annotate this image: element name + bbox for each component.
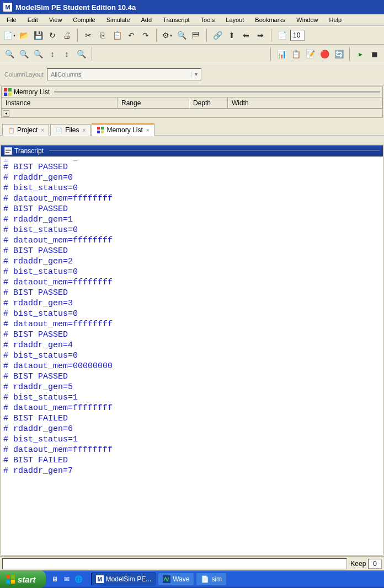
redo-icon[interactable]: ↷ [140, 29, 152, 41]
right-arrow-icon[interactable]: ➡ [254, 29, 266, 41]
task-label: Wave [173, 575, 189, 583]
menu-file[interactable]: File [2, 15, 21, 24]
transcript-title: Transcript [14, 147, 44, 155]
menu-window[interactable]: Window [292, 15, 322, 24]
scroll-left-icon[interactable]: ◂ [3, 110, 9, 117]
transcript-line: # dataout_mem=ffffffff [3, 319, 381, 330]
separator [270, 47, 271, 61]
compile-icon[interactable]: ⚙ [161, 29, 173, 41]
transcript-line: # rdaddr_gen=6 [3, 424, 381, 434]
column-range[interactable]: Range [118, 98, 189, 109]
transcript-line: # BIST PASSED [3, 162, 381, 172]
left-arrow-icon[interactable]: ⬅ [240, 29, 252, 41]
transcript-line: # BIST PASSED [3, 246, 381, 256]
task-wave[interactable]: Wave [158, 573, 194, 586]
wave-icon[interactable]: 📊 [275, 48, 287, 60]
command-input[interactable] [2, 558, 347, 569]
log-icon[interactable]: 📝 [304, 48, 316, 60]
memory-list-panel: Memory List Instance Range Depth Width ◂ [1, 87, 383, 118]
tab-memory-list[interactable]: Memory List × [92, 123, 154, 136]
bookmark-icon[interactable]: ⛿ [190, 29, 202, 41]
memory-list-scrollbar[interactable]: ◂ [2, 109, 382, 117]
column-instance[interactable]: Instance [2, 98, 118, 109]
print-icon[interactable]: 🖨 [61, 29, 73, 41]
transcript-line: # BIST FAILED [3, 413, 381, 424]
close-icon[interactable]: × [146, 127, 150, 133]
wave-icon [163, 575, 170, 583]
keep-value: 0 [368, 559, 382, 569]
up-arrow-icon[interactable]: ⬆ [226, 29, 238, 41]
tab-files[interactable]: 📄 Files × [50, 124, 90, 136]
menu-transcript[interactable]: Transcript [158, 15, 194, 24]
svg-rect-12 [6, 150, 11, 151]
window-titlebar: M ModelSim PE Student Edition 10.4a [0, 0, 384, 14]
transcript-line: # bist_status=0 [3, 225, 381, 235]
find-icon[interactable]: 🔍 [175, 29, 188, 41]
run-icon[interactable]: ▸ [354, 48, 366, 60]
menu-view[interactable]: View [45, 15, 67, 24]
zoom-full-icon[interactable]: 🔍 [32, 48, 44, 60]
menu-compile[interactable]: Compile [68, 15, 99, 24]
svg-rect-17 [11, 580, 15, 584]
menu-add[interactable]: Add [137, 15, 157, 24]
separator [77, 29, 78, 42]
transcript-line: # dataout_mem=ffffffff [3, 445, 381, 455]
open-icon[interactable]: 📂 [18, 29, 30, 41]
cursor2-icon[interactable]: ↕ [61, 48, 73, 60]
tab-project[interactable]: 📋 Project × [2, 124, 49, 136]
zoom-out-icon[interactable]: 🔍 [18, 48, 30, 60]
transcript-line: # dataout_mem=ffffffff [3, 403, 381, 413]
transcript-line: # rdaddr_gen=5 [3, 382, 381, 392]
restart-icon[interactable]: 🔄 [333, 48, 345, 60]
transcript-line: # bist_status=0 [3, 183, 381, 193]
copy-icon[interactable]: ⎘ [97, 29, 109, 41]
column-layout-combo[interactable]: AllColumns ▼ [47, 68, 201, 80]
cursor1-icon[interactable]: ↕ [46, 48, 58, 60]
modelsim-icon: M [96, 575, 104, 583]
separator [92, 47, 92, 61]
svg-rect-8 [97, 131, 100, 133]
column-depth[interactable]: Depth [189, 98, 228, 109]
separator [271, 29, 271, 42]
transcript-line: # BIST PASSED [3, 288, 381, 298]
refresh-icon[interactable]: ↻ [46, 29, 58, 41]
keep-box: Keep 0 [350, 559, 382, 569]
cut-icon[interactable]: ✂ [82, 29, 94, 41]
undo-icon[interactable]: ↶ [125, 29, 137, 41]
zoom-in-icon[interactable]: 🔍 [3, 48, 15, 60]
list-icon[interactable]: 📋 [290, 48, 302, 60]
transcript-line: # rdaddr_gen=2 [3, 256, 381, 267]
close-icon[interactable]: × [83, 127, 86, 133]
chevron-down-icon[interactable]: ▼ [191, 72, 201, 77]
column-width[interactable]: Width [228, 98, 382, 109]
run-time-input[interactable] [290, 30, 305, 41]
stop-icon[interactable]: ◼ [369, 48, 381, 60]
menu-tools[interactable]: Tools [196, 15, 220, 24]
paste-icon[interactable]: 📋 [111, 29, 123, 41]
page-icon[interactable]: 📄 [276, 29, 288, 41]
task-modelsim[interactable]: M ModelSim PE... [91, 573, 157, 586]
svg-rect-2 [4, 88, 7, 91]
menu-bookmarks[interactable]: Bookmarks [250, 15, 290, 24]
save-icon[interactable]: 💾 [32, 29, 44, 41]
outlook-icon[interactable]: ✉ [62, 575, 71, 584]
new-file-icon[interactable]: 📄 [3, 29, 15, 41]
close-icon[interactable]: × [41, 127, 44, 133]
show-desktop-icon[interactable]: 🖥 [50, 575, 59, 584]
transcript-line: # bist_status=0 [3, 267, 381, 277]
transcript-line: # BIST PASSED [3, 330, 381, 340]
menu-edit[interactable]: Edit [23, 15, 42, 24]
transcript-line: # BIST FAILED [3, 455, 381, 466]
menu-help[interactable]: Help [324, 15, 346, 24]
transcript-panel: Transcript # --------_---=--------# BIST… [1, 145, 383, 555]
link-icon[interactable]: 🔗 [211, 29, 223, 41]
task-sim[interactable]: 📄 sim [196, 573, 227, 586]
start-button[interactable]: start [0, 570, 46, 588]
transcript-body[interactable]: # --------_---=--------# BIST PASSED# rd… [1, 157, 383, 555]
menu-simulate[interactable]: Simulate [102, 15, 135, 24]
ie-icon[interactable]: 🌐 [74, 575, 83, 584]
menu-layout[interactable]: Layout [221, 15, 248, 24]
break-icon[interactable]: 🔴 [318, 48, 330, 60]
cursor3-icon[interactable]: 🔍 [75, 48, 87, 60]
panel-splitter[interactable] [0, 136, 384, 144]
